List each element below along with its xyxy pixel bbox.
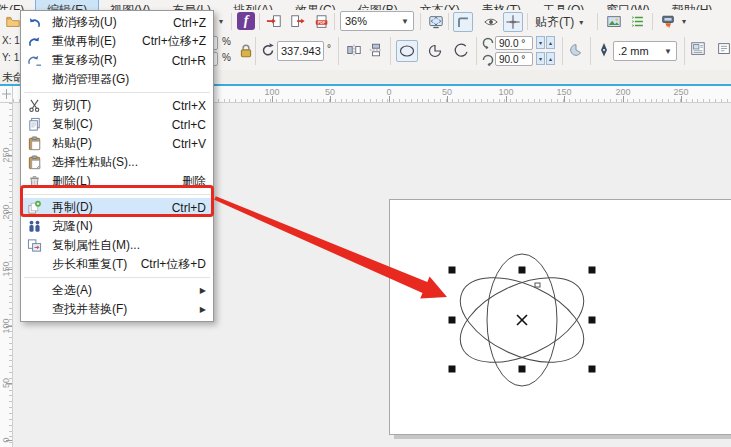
menu-item-label: 查找并替换(F): [52, 301, 127, 318]
ruler-tick: [6, 155, 12, 156]
ruler-tick: [6, 269, 12, 270]
menu-item[interactable]: 撤消移动(U)Ctrl+Z: [21, 13, 213, 32]
edit-menu: 撤消移动(U)Ctrl+Z重做再制(E)Ctrl+位移+Z重复移动(R)Ctrl…: [20, 10, 214, 322]
menu-item[interactable]: 选择性粘贴(S)...: [21, 153, 213, 172]
menu-item-shortcut: Ctrl+Z: [173, 16, 206, 30]
menu-item[interactable]: 重复移动(R)Ctrl+R: [21, 51, 213, 70]
menu-item[interactable]: 剪切(T)Ctrl+X: [21, 96, 213, 115]
no-icon: [26, 72, 43, 88]
menu-item-label: 粘贴(P): [52, 135, 92, 152]
end-angle-value: 90.0 °: [499, 54, 525, 65]
launcher-dropdown-arrow-icon[interactable]: ▾: [682, 17, 686, 26]
start-angle-value: 90.0 °: [499, 38, 525, 49]
outline-width-value: .2 mm: [618, 45, 649, 57]
menubar-item[interactable]: 文件(F): [0, 0, 35, 10]
view-eye-icon[interactable]: [481, 12, 501, 32]
svg-text:PDF: PDF: [318, 21, 326, 25]
start-angle-spin-up[interactable]: ▴: [546, 36, 555, 49]
publish-pdf-icon[interactable]: PDF: [312, 12, 332, 32]
undo-icon: [26, 15, 43, 31]
mirror-vertical-icon[interactable]: [368, 42, 384, 62]
cut-icon: [26, 98, 43, 114]
mirror-horizontal-icon[interactable]: [346, 42, 362, 62]
menu-item-shortcut: Ctrl+位移+Z: [142, 33, 206, 50]
menu-item[interactable]: 重做再制(E)Ctrl+位移+Z: [21, 32, 213, 51]
menubar-item[interactable]: 编辑(E): [35, 0, 99, 10]
app-icon[interactable]: f: [237, 12, 255, 30]
snap-to-label: 贴齐(T): [535, 14, 574, 31]
ruler-tick: [6, 326, 12, 327]
menu-item-shortcut: Ctrl+R: [172, 54, 206, 68]
menubar-item[interactable]: 排列(A): [222, 0, 284, 10]
scale-height-percent-label: %: [222, 52, 231, 63]
menubar-item[interactable]: 表格(T): [471, 0, 532, 10]
show-page-border-button[interactable]: [453, 12, 473, 32]
menubar-item[interactable]: 效果(C): [284, 0, 347, 10]
welcome-screen-icon[interactable]: [604, 12, 624, 32]
menu-item-label: 重复移动(R): [52, 52, 117, 69]
options-icon[interactable]: [628, 12, 648, 32]
menu-item[interactable]: 步长和重复(T)Ctrl+位移+D: [21, 255, 213, 274]
ellipse-mode-button[interactable]: [396, 40, 418, 62]
ruler-tick: [6, 440, 12, 441]
ruler-origin[interactable]: [0, 86, 13, 103]
paste-special-icon: [26, 155, 43, 171]
edge-tool-icon[interactable]: [716, 41, 731, 61]
snap-to-dropdown[interactable]: 贴齐(T)▾: [535, 14, 583, 31]
ruler-tick: [447, 96, 448, 102]
menu-item-label: 步长和重复(T): [52, 256, 127, 273]
rotation-degree-label: °: [327, 43, 331, 54]
menubar-item[interactable]: 窗口(W): [595, 0, 660, 10]
menu-item-label: 复制属性自(M)...: [52, 237, 140, 254]
menu-item-shortcut: Ctrl+V: [172, 137, 206, 151]
lock-ratio-icon[interactable]: [238, 43, 254, 63]
scale-width-percent-label: %: [222, 36, 231, 47]
rotate-icon: [260, 42, 276, 62]
crosshair-view-button[interactable]: [503, 12, 523, 32]
import-icon[interactable]: [264, 12, 284, 32]
arc-mode-button[interactable]: [450, 40, 472, 62]
start-angle-field[interactable]: 90.0 °: [495, 36, 533, 50]
fullscreen-preview-icon[interactable]: [426, 12, 446, 32]
menubar-item[interactable]: 位图(B): [347, 0, 409, 10]
redo-icon: [26, 34, 43, 50]
application-launcher-icon[interactable]: [658, 12, 678, 32]
menu-item[interactable]: 粘贴(P)Ctrl+V: [21, 134, 213, 153]
menu-item[interactable]: 复制(C)Ctrl+C: [21, 115, 213, 134]
menubar-item[interactable]: 文本(X): [409, 0, 471, 10]
menubar-item[interactable]: 工具(O): [532, 0, 595, 10]
outline-width-select[interactable]: .2 mm▼: [613, 41, 677, 61]
wrap-text-icon[interactable]: [690, 41, 706, 61]
menu-item[interactable]: 查找并替换(F)▶: [21, 300, 213, 319]
rotation-angle-field[interactable]: 337.943: [277, 41, 324, 61]
menu-item[interactable]: 全选(A)▶: [21, 281, 213, 300]
outline-width-icon: [596, 42, 612, 62]
ruler-origin-icon: [0, 86, 13, 102]
menubar: 文件(F)编辑(E)视图(V)布局(L)排列(A)效果(C)位图(B)文本(X)…: [0, 0, 731, 10]
menu-item[interactable]: 撤消管理器(G): [21, 70, 213, 89]
menubar-item[interactable]: 视图(V): [99, 0, 161, 10]
menu-item[interactable]: 复制属性自(M)...: [21, 236, 213, 255]
ruler-tick: [272, 96, 273, 102]
export-icon[interactable]: [288, 12, 308, 32]
open-dropdown-arrow-icon[interactable]: ▾: [219, 17, 223, 26]
menu-item[interactable]: 克隆(N): [21, 217, 213, 236]
start-angle-spin-down[interactable]: ▾: [536, 36, 545, 49]
menu-item-label: 重做再制(E): [52, 33, 116, 50]
page[interactable]: [389, 199, 731, 435]
end-angle-spin-down[interactable]: ▾: [536, 52, 545, 65]
no-icon: [26, 283, 43, 299]
menubar-item[interactable]: 布局(L): [161, 0, 222, 10]
ruler-tick: [389, 96, 390, 102]
end-angle-field[interactable]: 90.0 °: [495, 52, 533, 66]
ruler-tick: [564, 96, 565, 102]
vertical-ruler[interactable]: 250200150100500: [0, 103, 13, 447]
menubar-item[interactable]: 帮助(H): [661, 0, 724, 10]
pie-mode-button[interactable]: [424, 40, 446, 62]
end-angle-spin-up[interactable]: ▴: [546, 52, 555, 65]
change-direction-icon[interactable]: [568, 42, 584, 62]
rotation-angle-value: 337.943: [281, 45, 321, 57]
end-angle-icon: [480, 52, 494, 72]
zoom-level-select[interactable]: 36%▼: [340, 11, 414, 31]
submenu-arrow-icon: ▶: [200, 305, 206, 314]
